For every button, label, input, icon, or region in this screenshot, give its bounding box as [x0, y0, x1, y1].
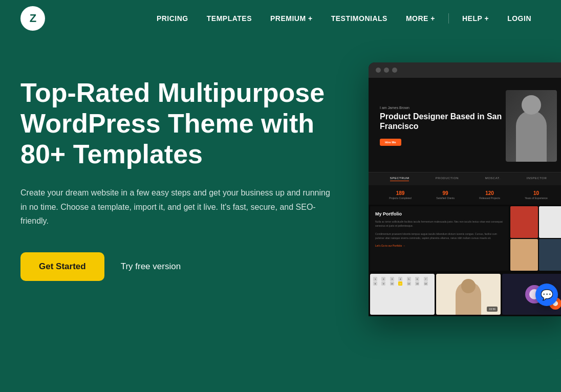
- cal-cell: 5: [407, 277, 411, 281]
- nav-divider: [448, 13, 449, 24]
- nav-right: HELP + LOGIN: [453, 14, 541, 23]
- portfolio-img-3: [510, 239, 538, 271]
- mockup-portfolio-title: My Portfolio: [375, 211, 504, 216]
- mockup-portfolio-text2: Condimentum praesent lobortis tempus aug…: [375, 232, 504, 240]
- browser-dot-green: [392, 68, 397, 73]
- stat-experience-label: Years of Experience: [525, 197, 548, 200]
- mockup-portfolio-section: My Portfolio Nulla ac tortor sollicitudi…: [370, 206, 509, 271]
- mockup-card-person: 03:56: [436, 274, 501, 315]
- stat-released-label: Released Projects: [479, 197, 500, 200]
- browser-mockup: I am James Brown Product Designer Based …: [369, 62, 561, 316]
- cal-cell: 1: [373, 277, 377, 281]
- stat-clients-num: 99: [436, 190, 455, 196]
- mockup-tab-spectrum[interactable]: SPECTRUM: [390, 177, 409, 181]
- mockup-portrait: [506, 90, 557, 162]
- nav-help[interactable]: HELP +: [453, 14, 498, 23]
- main-nav: PRICING TEMPLATES PREMIUM + TESTIMONIALS…: [147, 14, 444, 23]
- cal-grid: 1 2 3 4 5 6 7 8 9 10 11 12 13: [370, 274, 435, 289]
- mockup-person-name: I am James Brown: [380, 106, 506, 110]
- cal-cell: 4: [398, 277, 402, 281]
- get-started-button[interactable]: Get Started: [20, 252, 104, 281]
- logo-icon: Z: [20, 6, 45, 31]
- cal-cell: 10: [390, 281, 394, 286]
- try-free-version-button[interactable]: Try free version: [121, 262, 181, 272]
- stat-projects-label: Projects Completed: [389, 197, 412, 200]
- mockup-hero-text: I am James Brown Product Designer Based …: [380, 106, 506, 146]
- nav-premium[interactable]: PREMIUM +: [261, 14, 322, 23]
- nav-templates[interactable]: TEMPLATES: [198, 14, 261, 23]
- stat-clients-label: Satisfied Clients: [436, 197, 455, 200]
- browser-mockup-container: I am James Brown Product Designer Based …: [369, 62, 561, 316]
- mockup-portrait-head: [522, 95, 541, 115]
- mockup-portfolio-images: [510, 206, 561, 271]
- mockup-portfolio-text: Nulla ac tortor sollicitudin facilisis i…: [375, 220, 504, 228]
- cal-cell-today: 11: [398, 281, 402, 286]
- cal-cell: 3: [390, 277, 394, 281]
- mockup-video-time: 03:56: [487, 307, 498, 312]
- mockup-content: I am James Brown Product Designer Based …: [369, 78, 561, 316]
- cal-cell: 9: [381, 281, 385, 286]
- cal-cell: 7: [424, 277, 428, 281]
- nav-more[interactable]: MORE +: [397, 14, 444, 23]
- mockup-portfolio-row: My Portfolio Nulla ac tortor sollicitudi…: [369, 205, 561, 272]
- nav-login[interactable]: LOGIN: [498, 14, 541, 23]
- stat-released-num: 120: [479, 190, 500, 196]
- mockup-person-title: Product Designer Based in San Francisco: [380, 112, 506, 131]
- portfolio-img-2: [539, 206, 561, 238]
- stat-experience: 10 Years of Experience: [525, 190, 548, 200]
- mockup-nav-tabs: SPECTRUM PRODUCTION MOSCAT. Inspector: [369, 172, 561, 185]
- stat-projects: 189 Projects Completed: [389, 190, 412, 200]
- mockup-tab-moscat[interactable]: MOSCAT.: [485, 177, 501, 181]
- cal-cell: 2: [381, 277, 385, 281]
- mockup-card-calendar: 1 2 3 4 5 6 7 8 9 10 11 12 13: [370, 274, 435, 315]
- portfolio-img-4: [539, 239, 561, 271]
- cal-cell: 13: [415, 281, 419, 286]
- mockup-tab-inspector[interactable]: Inspector: [527, 177, 547, 181]
- mockup-hero: I am James Brown Product Designer Based …: [369, 78, 561, 172]
- stat-clients: 99 Satisfied Clients: [436, 190, 455, 200]
- portfolio-img-1: [510, 206, 538, 238]
- chat-icon: 💬: [541, 289, 553, 301]
- hero-section: Top-Rated Multipurpose WordPress Theme w…: [20, 68, 348, 316]
- mockup-lower-cards: 1 2 3 4 5 6 7 8 9 10 11 12 13: [369, 272, 561, 316]
- mockup-hire-button[interactable]: Hire Me: [380, 139, 401, 146]
- chat-bubble[interactable]: 💬: [535, 284, 558, 306]
- cta-row: Get Started Try free version: [20, 252, 348, 281]
- cal-cell: 8: [373, 281, 377, 286]
- browser-dot-yellow: [384, 68, 389, 73]
- browser-bar: [369, 62, 561, 78]
- mockup-portfolio-link[interactable]: Let's Go to our Portfolio →: [375, 244, 504, 247]
- cal-cell: 14: [424, 281, 428, 286]
- nav-testimonials[interactable]: TESTIMONIALS: [322, 14, 397, 23]
- hero-title: Top-Rated Multipurpose WordPress Theme w…: [20, 78, 348, 169]
- hero-description: Create your dream website in a few easy …: [20, 186, 338, 228]
- stat-projects-num: 189: [389, 190, 412, 196]
- cal-cell: 12: [407, 281, 411, 286]
- person-head: [461, 279, 476, 293]
- cal-cell: 6: [415, 277, 419, 281]
- browser-dot-red: [376, 68, 381, 73]
- mockup-stats: 189 Projects Completed 99 Satisfied Clie…: [369, 185, 561, 205]
- logo[interactable]: Z: [20, 6, 45, 31]
- nav-pricing[interactable]: PRICING: [147, 14, 198, 23]
- mockup-tab-production[interactable]: PRODUCTION: [436, 177, 459, 181]
- stat-released: 120 Released Projects: [479, 190, 500, 200]
- stat-experience-num: 10: [525, 190, 548, 196]
